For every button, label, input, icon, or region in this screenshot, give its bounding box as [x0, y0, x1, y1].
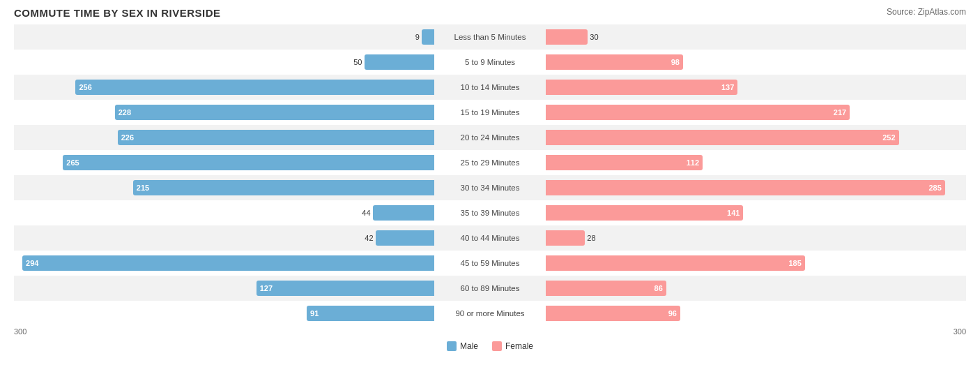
male-bar-container: 44	[14, 200, 434, 225]
chart-row: 9Less than 5 Minutes30	[14, 24, 966, 50]
row-label: 35 to 39 Minutes	[434, 209, 546, 217]
chart-row: 12760 to 89 Minutes86	[14, 276, 966, 301]
male-value: 215	[137, 184, 149, 192]
chart-row: 25610 to 14 Minutes137	[14, 75, 966, 100]
male-value: 256	[79, 83, 91, 91]
male-bar: 226	[118, 130, 434, 145]
male-bar-container: 228	[14, 100, 434, 125]
male-bar-container: 256	[14, 75, 434, 100]
source-label: Source: ZipAtlas.com	[887, 7, 966, 17]
female-bar: 285	[546, 180, 945, 195]
female-bar-container: 86	[546, 276, 966, 301]
female-bar-container: 285	[546, 175, 966, 200]
male-bar-container: 50	[14, 50, 434, 75]
row-label: 90 or more Minutes	[434, 309, 546, 318]
female-bar-container: 185	[546, 251, 966, 276]
male-bar-container: 127	[14, 276, 434, 301]
female-value: 217	[834, 108, 846, 117]
female-value: 30	[590, 33, 598, 41]
female-bar-container: 141	[546, 200, 966, 225]
row-label: 45 to 59 Minutes	[434, 259, 546, 267]
male-bar: 91	[307, 306, 434, 321]
female-bar: 96	[546, 306, 680, 321]
male-bar-container: 226	[14, 125, 434, 150]
row-label: 40 to 44 Minutes	[434, 234, 546, 242]
male-bar: 265	[63, 155, 434, 170]
male-value: 9	[415, 33, 420, 41]
female-bar: 185	[546, 255, 805, 271]
female-bar: 86	[546, 281, 666, 296]
female-value: 252	[882, 133, 895, 142]
legend-male: Male	[447, 341, 478, 351]
female-bar: 217	[546, 105, 850, 120]
male-bar-container: 215	[14, 175, 434, 200]
female-bar-container: 217	[546, 100, 966, 125]
chart-row: 21530 to 34 Minutes285	[14, 175, 966, 200]
chart-row: 22815 to 19 Minutes217	[14, 100, 966, 125]
row-label: 5 to 9 Minutes	[434, 58, 546, 66]
chart-row: 4240 to 44 Minutes28	[14, 225, 966, 251]
female-bar: 98	[546, 54, 683, 70]
male-bar: 50	[365, 54, 435, 70]
axis-labels: 300 300	[14, 327, 966, 336]
male-value: 228	[118, 108, 131, 117]
female-value: 285	[928, 184, 941, 192]
female-bar-container: 112	[546, 150, 966, 175]
male-value: 44	[362, 209, 370, 217]
male-bar: 127	[257, 281, 434, 296]
chart-row: 22620 to 24 Minutes252	[14, 125, 966, 150]
female-value: 86	[654, 284, 663, 292]
female-bar-container: 30	[546, 24, 966, 50]
legend-female-label: Female	[505, 341, 533, 351]
row-label: 30 to 34 Minutes	[434, 184, 546, 192]
row-label: Less than 5 Minutes	[434, 33, 546, 41]
female-bar-container: 28	[546, 225, 966, 251]
male-value: 226	[121, 133, 134, 142]
female-bar: 137	[546, 80, 737, 95]
male-bar-container: 9	[14, 24, 434, 50]
row-label: 20 to 24 Minutes	[434, 133, 546, 142]
legend-female: Female	[492, 341, 533, 351]
female-value: 112	[687, 158, 699, 167]
male-bar-container: 91	[14, 301, 434, 326]
female-bar: 112	[546, 155, 703, 170]
chart-area: 9Less than 5 Minutes30505 to 9 Minutes98…	[14, 24, 966, 326]
legend: Male Female	[14, 341, 966, 351]
male-bar: 256	[75, 80, 434, 95]
female-bar: 28	[546, 230, 585, 246]
axis-left: 300	[14, 327, 26, 336]
male-bar-container: 294	[14, 251, 434, 276]
male-value: 91	[310, 309, 319, 318]
female-bar-container: 96	[546, 301, 966, 326]
male-value: 127	[260, 284, 273, 292]
male-bar: 294	[22, 255, 434, 271]
axis-right: 300	[954, 327, 966, 336]
female-value: 28	[587, 234, 595, 242]
legend-female-box	[492, 341, 502, 351]
male-bar-container: 42	[14, 225, 434, 251]
female-bar: 252	[546, 130, 899, 145]
chart-row: 29445 to 59 Minutes185	[14, 251, 966, 276]
female-value: 98	[671, 58, 680, 66]
male-bar: 42	[376, 230, 434, 246]
male-value: 265	[66, 158, 79, 167]
chart-row: 9190 or more Minutes96	[14, 301, 966, 326]
male-value: 42	[365, 234, 373, 242]
female-bar-container: 252	[546, 125, 966, 150]
legend-male-box	[447, 341, 457, 351]
male-bar: 44	[373, 205, 434, 221]
female-bar-container: 98	[546, 50, 966, 75]
female-value: 141	[727, 209, 740, 217]
male-value: 294	[26, 259, 38, 267]
chart-row: 26525 to 29 Minutes112	[14, 150, 966, 175]
chart-title: COMMUTE TIME BY SEX IN RIVERSIDE	[14, 7, 221, 19]
chart-row: 4435 to 39 Minutes141	[14, 200, 966, 225]
female-bar-container: 137	[546, 75, 966, 100]
row-label: 15 to 19 Minutes	[434, 108, 546, 117]
female-bar: 30	[546, 29, 588, 45]
row-label: 25 to 29 Minutes	[434, 158, 546, 167]
male-bar: 9	[422, 29, 434, 45]
row-label: 60 to 89 Minutes	[434, 284, 546, 292]
row-label: 10 to 14 Minutes	[434, 83, 546, 91]
male-value: 50	[353, 58, 362, 66]
